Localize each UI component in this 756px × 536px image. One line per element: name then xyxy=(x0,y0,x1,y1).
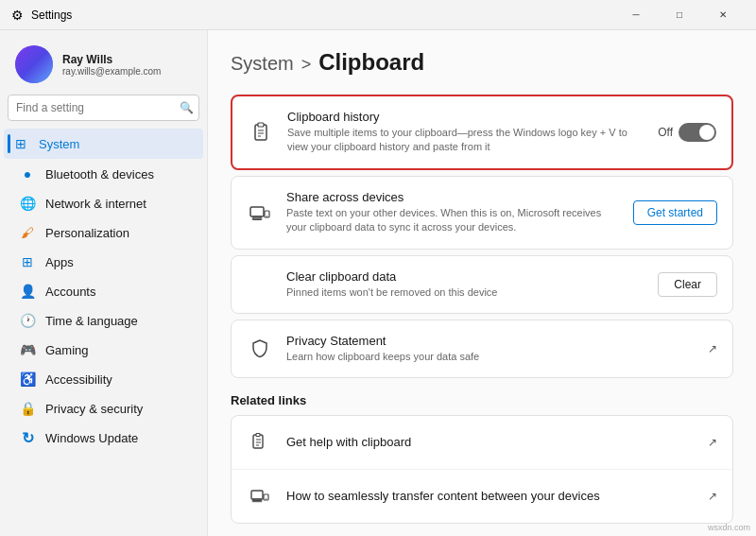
gaming-icon: 🎮 xyxy=(19,341,36,358)
sidebar-item-privacy[interactable]: 🔒 Privacy & security xyxy=(4,394,203,423)
sidebar-label-apps: Apps xyxy=(45,255,74,269)
share-across-control: Get started xyxy=(633,200,717,225)
accounts-icon: 👤 xyxy=(19,283,36,300)
user-name: Ray Wills xyxy=(62,53,161,66)
apps-icon: ⊞ xyxy=(19,253,36,270)
sidebar-item-system[interactable]: ⊞ System xyxy=(4,129,203,159)
sidebar-label-system: System xyxy=(39,137,79,151)
clipboard-history-title: Clipboard history xyxy=(287,110,644,124)
privacy-statement-row: Privacy Statement Learn how clipboard ke… xyxy=(232,320,732,377)
titlebar-title: Settings xyxy=(31,9,72,22)
clear-icon xyxy=(247,271,273,298)
clipboard-history-card: Clipboard history Save multiple items to… xyxy=(231,95,733,170)
get-help-clipboard-row[interactable]: Get help with clipboard ↗ xyxy=(232,416,732,470)
avatar xyxy=(15,45,53,83)
sidebar: Ray Wills ray.wills@example.com 🔍 ⊞ Syst… xyxy=(0,30,208,536)
main-container: Ray Wills ray.wills@example.com 🔍 ⊞ Syst… xyxy=(0,30,756,536)
clear-desc: Pinned items won't be removed on this de… xyxy=(286,285,644,300)
update-icon: ↻ xyxy=(19,429,36,446)
get-help-clipboard-link: ↗ xyxy=(708,436,717,449)
sidebar-label-accessibility: Accessibility xyxy=(45,372,112,387)
share-across-row: Share across devices Paste text on your … xyxy=(232,177,732,249)
clear-text: Clear clipboard data Pinned items won't … xyxy=(286,269,644,300)
svg-rect-7 xyxy=(252,218,262,220)
maximize-button[interactable]: □ xyxy=(658,0,701,30)
svg-rect-5 xyxy=(250,207,264,216)
network-icon: 🌐 xyxy=(19,195,36,212)
transfer-content-row[interactable]: How to seamlessly transfer content betwe… xyxy=(232,470,732,523)
share-across-text: Share across devices Paste text on your … xyxy=(286,190,620,235)
privacy-statement-title: Privacy Statement xyxy=(286,334,695,348)
privacy-icon: 🔒 xyxy=(19,400,36,417)
clipboard-history-toggle[interactable] xyxy=(679,123,716,142)
ext-link-icon-2: ↗ xyxy=(708,490,717,503)
active-indicator xyxy=(8,134,10,153)
transfer-content-icon xyxy=(247,483,273,510)
svg-rect-15 xyxy=(251,491,263,499)
clipboard-history-icon xyxy=(248,119,274,146)
sidebar-item-update[interactable]: ↻ Windows Update xyxy=(4,424,203,452)
breadcrumb-separator: > xyxy=(301,55,312,75)
page-header: System > Clipboard xyxy=(231,49,733,76)
clear-control: Clear xyxy=(658,272,717,297)
share-across-desc: Paste text on your other devices. When t… xyxy=(286,206,620,235)
svg-point-19 xyxy=(266,499,266,500)
sidebar-item-accessibility[interactable]: ♿ Accessibility xyxy=(4,365,203,393)
titlebar-controls: ─ □ ✕ xyxy=(614,0,745,30)
transfer-content-text: How to seamlessly transfer content betwe… xyxy=(286,489,695,505)
search-box: 🔍 xyxy=(8,95,199,121)
share-across-title: Share across devices xyxy=(286,190,620,204)
toggle-container: Off xyxy=(658,123,716,142)
transfer-content-link: ↗ xyxy=(708,490,717,503)
transfer-content-title: How to seamlessly transfer content betwe… xyxy=(286,489,695,503)
sidebar-label-privacy: Privacy & security xyxy=(45,402,143,416)
privacy-statement-desc: Learn how clipboard keeps your data safe xyxy=(286,350,695,364)
clipboard-history-control: Off xyxy=(658,123,716,142)
clear-clipboard-row: Clear clipboard data Pinned items won't … xyxy=(232,256,732,313)
sidebar-item-gaming[interactable]: 🎮 Gaming xyxy=(4,336,203,364)
share-across-icon xyxy=(247,199,273,226)
svg-rect-10 xyxy=(253,435,263,448)
minimize-button[interactable]: ─ xyxy=(614,0,658,30)
get-help-clipboard-title: Get help with clipboard xyxy=(286,435,695,449)
bluetooth-icon: ● xyxy=(19,165,36,182)
sidebar-item-network[interactable]: 🌐 Network & internet xyxy=(4,189,203,217)
sidebar-item-personalization[interactable]: 🖌 Personalization xyxy=(4,218,203,247)
clear-clipboard-card: Clear clipboard data Pinned items won't … xyxy=(231,255,733,314)
svg-rect-11 xyxy=(256,434,260,437)
get-started-button[interactable]: Get started xyxy=(633,200,717,225)
privacy-statement-text: Privacy Statement Learn how clipboard ke… xyxy=(286,334,695,364)
sidebar-item-time[interactable]: 🕐 Time & language xyxy=(4,306,203,335)
external-link-icon: ↗ xyxy=(708,342,717,355)
sidebar-label-network: Network & internet xyxy=(45,197,146,211)
privacy-statement-card: Privacy Statement Learn how clipboard ke… xyxy=(231,320,733,378)
user-email: ray.wills@example.com xyxy=(62,66,161,77)
close-button[interactable]: ✕ xyxy=(701,0,745,30)
sidebar-item-accounts[interactable]: 👤 Accounts xyxy=(4,277,203,305)
search-input[interactable] xyxy=(8,95,199,121)
watermark: wsxdn.com xyxy=(708,523,750,532)
sidebar-item-bluetooth[interactable]: ● Bluetooth & devices xyxy=(4,160,203,188)
toggle-off-label: Off xyxy=(658,126,673,139)
svg-point-9 xyxy=(266,216,268,217)
get-help-clipboard-icon xyxy=(247,429,273,456)
sidebar-item-apps[interactable]: ⊞ Apps xyxy=(4,248,203,276)
sidebar-label-update: Windows Update xyxy=(45,431,138,445)
get-help-clipboard-text: Get help with clipboard xyxy=(286,435,695,451)
content-area: System > Clipboard Clipboard history xyxy=(208,30,756,536)
privacy-statement-control: ↗ xyxy=(708,342,717,355)
titlebar: ⚙ Settings ─ □ ✕ xyxy=(0,0,756,30)
user-avatar-area[interactable]: Ray Wills ray.wills@example.com xyxy=(0,38,207,95)
related-links-card: Get help with clipboard ↗ xyxy=(231,415,733,524)
svg-rect-17 xyxy=(252,501,262,502)
clipboard-history-desc: Save multiple items to your clipboard—pr… xyxy=(287,126,644,155)
clipboard-history-row: Clipboard history Save multiple items to… xyxy=(232,96,731,168)
page-title: Clipboard xyxy=(318,49,424,76)
related-links-label: Related links xyxy=(231,393,733,407)
share-across-card: Share across devices Paste text on your … xyxy=(231,176,733,250)
svg-rect-1 xyxy=(258,123,264,127)
privacy-statement-icon xyxy=(247,336,273,362)
sidebar-label-accounts: Accounts xyxy=(45,285,95,299)
toggle-knob xyxy=(699,125,714,140)
clear-button[interactable]: Clear xyxy=(658,272,717,297)
